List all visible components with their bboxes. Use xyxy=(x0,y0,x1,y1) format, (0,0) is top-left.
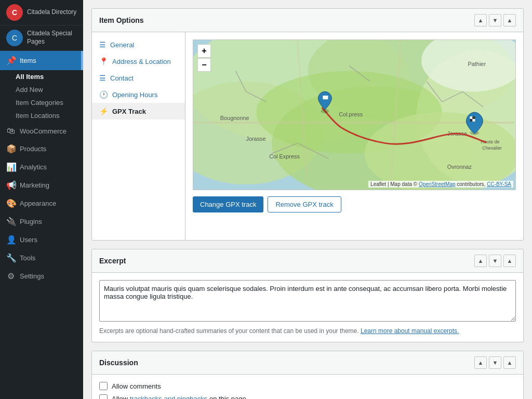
gpx-track-nav-label: GPX Track xyxy=(112,108,146,115)
users-label: Users xyxy=(20,236,37,244)
tools-label: Tools xyxy=(20,254,35,262)
plugins-label: Plugins xyxy=(20,218,42,225)
items-icon: 📌 xyxy=(6,56,16,65)
svg-rect-31 xyxy=(323,96,328,97)
address-nav-label: Address & Location xyxy=(112,58,171,65)
gpx-map[interactable]: + − xyxy=(193,39,516,190)
svg-text:Chevalier: Chevalier xyxy=(482,145,502,151)
item-options-body: ☰ General 📍 Address & Location ☰ Contact… xyxy=(92,32,523,240)
sidebar-sub-item-locations[interactable]: Item Locations xyxy=(0,109,83,122)
svg-text:Col Express: Col Express xyxy=(269,153,300,159)
sidebar-item-tools[interactable]: 🔧 Tools xyxy=(0,249,83,267)
allow-comments-checkbox[interactable] xyxy=(99,382,108,390)
svg-text:Pathier: Pathier xyxy=(468,61,486,67)
svg-rect-36 xyxy=(472,119,475,122)
citadela-directory-label: Citadela Directory xyxy=(27,8,76,17)
nav-item-general[interactable]: ☰ General xyxy=(92,36,185,53)
discussion-title: Discussion xyxy=(99,358,138,367)
marketing-icon: 📢 xyxy=(6,180,16,190)
excerpt-panel-down-button[interactable]: ▼ xyxy=(489,255,501,267)
sidebar-item-analytics[interactable]: 📊 Analytics xyxy=(0,158,83,176)
allow-trackbacks-row: Allow trackbacks and pingbacks on this p… xyxy=(99,394,516,399)
discussion-panel-down-button[interactable]: ▼ xyxy=(489,356,501,369)
trackbacks-link[interactable]: trackbacks and pingbacks xyxy=(130,395,208,400)
excerpt-header: Excerpt ▲ ▼ ▲ xyxy=(92,249,523,273)
sidebar-logo1[interactable]: C Citadela Directory xyxy=(0,0,83,25)
discussion-body: Allow comments Allow trackbacks and ping… xyxy=(92,375,523,399)
sidebar-item-settings[interactable]: ⚙ Settings xyxy=(0,267,83,285)
contact-nav-icon: ☰ xyxy=(99,74,106,82)
products-label: Products xyxy=(20,145,46,153)
map-svg: Bougnonne Pathier Jorasse Col Express Jo… xyxy=(193,40,515,190)
excerpt-panel-up-button[interactable]: ▲ xyxy=(474,255,487,267)
excerpt-panel: Excerpt ▲ ▼ ▲ Mauris volutpat mauris qui… xyxy=(91,249,524,342)
analytics-icon: 📊 xyxy=(6,162,16,172)
change-gpx-track-button[interactable]: Change GPX track xyxy=(193,196,263,212)
plugins-icon: 🔌 xyxy=(6,217,16,227)
users-icon: 👤 xyxy=(6,235,16,245)
nav-item-contact[interactable]: ☰ Contact xyxy=(92,70,185,86)
nav-item-opening-hours[interactable]: 🕐 Opening Hours xyxy=(92,86,185,103)
woocommerce-label: WooCommerce xyxy=(20,127,66,135)
products-icon: 📦 xyxy=(6,144,16,154)
sidebar-item-marketing[interactable]: 📢 Marketing xyxy=(0,176,83,194)
trackbacks-suffix: on this page xyxy=(209,395,246,400)
allow-trackbacks-checkbox[interactable] xyxy=(99,394,108,399)
nav-item-gpx-track[interactable]: ⚡ GPX Track xyxy=(92,103,185,119)
main-content: Item Options ▲ ▼ ▲ ☰ General 📍 Address &… xyxy=(83,0,532,399)
sidebar-item-woocommerce[interactable]: 🛍 WooCommerce xyxy=(0,122,83,140)
allow-comments-row: Allow comments xyxy=(99,382,516,390)
sidebar-sub-item-categories[interactable]: Item Categories xyxy=(0,96,83,109)
item-options-header: Item Options ▲ ▼ ▲ xyxy=(92,9,523,32)
address-nav-icon: 📍 xyxy=(99,57,108,65)
osm-link[interactable]: OpenStreetMap xyxy=(419,181,456,187)
excerpt-help: Excerpts are optional hand-crafted summa… xyxy=(99,327,516,335)
svg-text:Jorasse: Jorasse xyxy=(246,136,265,142)
panel-up-button[interactable]: ▲ xyxy=(474,14,487,26)
general-nav-label: General xyxy=(110,41,134,49)
item-options-panel: Item Options ▲ ▼ ▲ ☰ General 📍 Address &… xyxy=(91,8,524,241)
remove-gpx-track-button[interactable]: Remove GPX track xyxy=(268,196,341,212)
excerpt-help-link[interactable]: Learn more about manual excerpts. xyxy=(361,327,459,335)
panel-down-button[interactable]: ▼ xyxy=(489,14,501,26)
nav-item-address-location[interactable]: 📍 Address & Location xyxy=(92,53,185,70)
sidebar-sub-add-new[interactable]: Add New xyxy=(0,83,83,96)
appearance-label: Appearance xyxy=(20,200,56,207)
excerpt-help-text: Excerpts are optional hand-crafted summa… xyxy=(99,327,359,335)
allow-trackbacks-label: Allow trackbacks and pingbacks on this p… xyxy=(112,395,246,400)
appearance-icon: 🎨 xyxy=(6,198,16,208)
excerpt-title: Excerpt xyxy=(99,257,126,265)
item-categories-label: Item Categories xyxy=(16,99,63,107)
analytics-label: Analytics xyxy=(20,163,47,171)
sidebar-item-plugins[interactable]: 🔌 Plugins xyxy=(0,212,83,231)
map-zoom-out-button[interactable]: − xyxy=(197,58,211,72)
sidebar-item-products[interactable]: 📦 Products xyxy=(0,140,83,158)
sidebar-item-users[interactable]: 👤 Users xyxy=(0,231,83,249)
excerpt-textarea[interactable]: Mauris volutpat mauris quis quam sceleri… xyxy=(99,280,516,322)
add-new-label: Add New xyxy=(16,86,43,94)
cc-by-sa-link[interactable]: CC-BY-SA xyxy=(487,181,511,187)
gpx-track-nav-icon: ⚡ xyxy=(99,107,108,115)
svg-rect-35 xyxy=(470,119,472,122)
sidebar-logo2[interactable]: C Citadela Special Pages xyxy=(0,25,83,51)
settings-icon: ⚙ xyxy=(6,271,16,281)
sidebar-item-items-label: Items xyxy=(20,57,36,64)
item-options-title: Item Options xyxy=(99,16,144,24)
panel-toggle-button[interactable]: ▲ xyxy=(503,14,516,26)
opening-hours-nav-label: Opening Hours xyxy=(112,91,157,99)
sidebar-sub-all-items[interactable]: All Items xyxy=(0,70,83,83)
citadela-directory-icon: C xyxy=(6,4,23,21)
excerpt-panel-toggle-button[interactable]: ▲ xyxy=(503,255,516,267)
map-zoom-in-button[interactable]: + xyxy=(197,44,211,58)
sidebar-item-appearance[interactable]: 🎨 Appearance xyxy=(0,194,83,212)
excerpt-body: Mauris volutpat mauris quis quam sceleri… xyxy=(92,273,523,342)
opening-hours-nav-icon: 🕐 xyxy=(99,90,108,99)
settings-label: Settings xyxy=(20,272,44,280)
item-options-nav: ☰ General 📍 Address & Location ☰ Contact… xyxy=(92,32,185,240)
discussion-panel-up-button[interactable]: ▲ xyxy=(474,356,487,369)
marketing-label: Marketing xyxy=(20,181,49,189)
general-nav-icon: ☰ xyxy=(99,41,106,49)
sidebar-item-items[interactable]: 📌 Items xyxy=(0,51,83,70)
svg-text:Bougnonne: Bougnonne xyxy=(220,115,249,121)
discussion-panel-toggle-button[interactable]: ▲ xyxy=(503,356,516,369)
